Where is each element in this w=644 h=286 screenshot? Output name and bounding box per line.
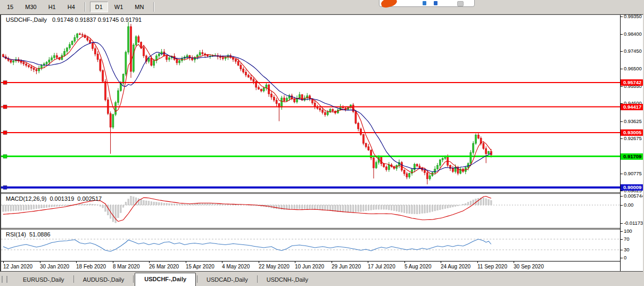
blue-glyph-icon (423, 1, 426, 5)
timeframe-button-MN[interactable]: MN (129, 2, 149, 12)
price-level-badge: 0.93005 (621, 129, 643, 136)
axis-tick (621, 258, 623, 258)
date-tick (222, 262, 222, 263)
tab-separator (133, 275, 134, 283)
floating-widget[interactable] (379, 0, 475, 7)
price-tick-label: 0.93625 (624, 118, 642, 124)
tab-audusddaily[interactable]: AUDUSD-,Daily (75, 274, 133, 286)
axis-tick (621, 34, 623, 35)
price-axis[interactable]: 0.993500.984000.974500.965000.955500.946… (620, 15, 643, 271)
macd-axis-label: -0.011738 (624, 220, 643, 226)
date-tick (295, 262, 295, 263)
date-tick (186, 262, 186, 263)
rsi-name: RSI(14) (6, 231, 26, 238)
timeframe-button-D1[interactable]: D1 (90, 2, 108, 12)
date-tick (259, 262, 259, 263)
chart-window: USDCHF-,Daily0.91748 0.91837 0.91745 0.9… (0, 14, 643, 272)
date-tick (477, 262, 478, 263)
price-tick-label: 0.90775 (624, 170, 642, 176)
axis-tick (621, 196, 623, 197)
axis-tick (621, 231, 623, 232)
chart-title: USDCHF-,Daily0.91748 0.91837 0.91745 0.9… (6, 17, 145, 23)
gray-button-icon (457, 1, 464, 6)
price-level-badge: 0.90009 (621, 184, 643, 191)
axis-tick (621, 51, 623, 52)
tabbar-grip-icon (2, 276, 7, 283)
price-pane[interactable]: USDCHF-,Daily0.91748 0.91837 0.91745 0.9… (1, 15, 620, 192)
price-tick-label: 0.96500 (624, 66, 642, 71)
axis-tick (621, 138, 623, 139)
timeframe-button-15[interactable]: 15 (2, 2, 19, 12)
tab-usdchfdaily[interactable]: USDCHF-,Daily (135, 273, 196, 286)
toolbar-separator (85, 2, 86, 12)
date-label: 17 Jul 2020 (368, 264, 395, 269)
date-label: 24 Aug 2020 (441, 264, 470, 269)
chart-tabbar: EURUSD-,DailyAUDUSD-,DailyUSDCHF-,DailyU… (0, 272, 644, 286)
price-tick-label: 0.97450 (624, 48, 642, 54)
axis-tick (621, 205, 623, 206)
timeframe-button-W1[interactable]: W1 (109, 2, 129, 12)
date-tick (368, 262, 368, 263)
tab-usdcnhdaily[interactable]: USDCNH-,Daily (259, 274, 316, 286)
date-tick (404, 262, 405, 263)
rsi-axis-label: 100 (624, 228, 632, 234)
chart-ohlc-values: 0.91748 0.91837 0.91745 0.91791 (52, 17, 142, 23)
macd-signal-value: 0.002517 (77, 195, 102, 202)
date-tick (40, 262, 40, 263)
macd-label: MACD(12,26,9)0.0013190.002517 (6, 195, 105, 202)
price-tick-label: 0.99350 (624, 15, 642, 19)
date-label: 29 Jun 2020 (332, 264, 361, 269)
axis-tick (621, 174, 623, 174)
axis-tick (621, 17, 623, 17)
price-level-badge: 0.94417 (621, 104, 643, 110)
date-label: 8 Mar 2020 (113, 264, 140, 269)
date-axis[interactable]: 12 Jan 202030 Jan 202018 Feb 20208 Mar 2… (1, 262, 620, 271)
rsi-axis-label: 70 (624, 236, 629, 242)
date-tick (113, 262, 113, 263)
chart-symbol-label: USDCHF-,Daily (6, 17, 47, 23)
tab-separator (73, 275, 74, 283)
date-label: 12 Jan 2020 (3, 264, 32, 269)
date-label: 5 Aug 2020 (404, 264, 432, 269)
date-label: 26 Mar 2020 (149, 264, 179, 269)
axis-tick (621, 69, 623, 69)
axis-tick (621, 223, 623, 224)
axis-tick (621, 86, 623, 87)
date-label: 30 Sep 2020 (514, 264, 544, 269)
macd-main-value: 0.001319 (49, 195, 74, 202)
timeframe-button-M30[interactable]: M30 (20, 2, 42, 12)
date-label: 15 Apr 2020 (186, 264, 214, 269)
macd-name: MACD(12,26,9) (6, 195, 46, 202)
rsi-value: 51.0886 (29, 231, 51, 238)
timeframe-button-H1[interactable]: H1 (43, 2, 61, 12)
macd-axis-label: 0.005744 (624, 193, 643, 199)
price-tick-label: 0.92675 (624, 135, 642, 141)
macd-pane[interactable]: MACD(12,26,9)0.0013190.002517 (1, 194, 620, 228)
rsi-axis-label: 30 (624, 247, 629, 252)
price-level-badge: 0.91709 (621, 153, 643, 160)
timeframe-button-H4[interactable]: H4 (62, 2, 80, 12)
date-tick (514, 262, 514, 263)
blue-glyph-icon (434, 1, 437, 5)
price-level-badge: 0.95742 (621, 79, 643, 86)
rsi-pane[interactable]: RSI(14)51.0886 (1, 230, 620, 261)
date-label: 10 Jun 2020 (295, 264, 324, 269)
timeframe-toolbar: 15M30H1H4D1W1MN (0, 0, 644, 14)
date-tick (332, 262, 332, 263)
mt4-terminal: 15M30H1H4D1W1MN USDCHF-,Daily0.91748 0.9… (0, 0, 644, 286)
date-label: 4 May 2020 (222, 264, 250, 269)
macd-axis-label: 0.00 (624, 202, 633, 208)
tab-separator (197, 275, 197, 283)
date-label: 18 Feb 2020 (76, 264, 106, 269)
date-tick (3, 262, 4, 263)
date-tick (76, 262, 77, 263)
tab-eurusddaily[interactable]: EURUSD-,Daily (15, 274, 72, 286)
date-label: 30 Jan 2020 (40, 264, 69, 269)
tab-usdcaddaily[interactable]: USDCAD-,Daily (199, 274, 256, 286)
axis-tick (621, 121, 623, 122)
rsi-label: RSI(14)51.0886 (6, 231, 54, 238)
date-tick (149, 262, 150, 263)
axis-tick (621, 250, 623, 250)
axis-tick (621, 239, 623, 240)
tab-separator (257, 275, 258, 283)
